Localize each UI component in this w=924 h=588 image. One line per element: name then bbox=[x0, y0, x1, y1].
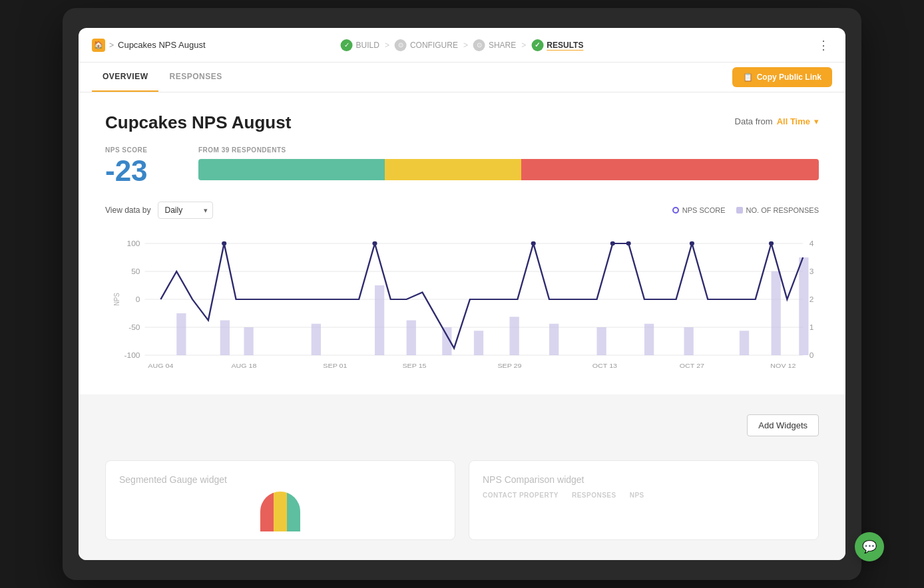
svg-text:-50: -50 bbox=[128, 324, 140, 331]
step-results[interactable]: ✓ RESULTS bbox=[531, 39, 583, 51]
svg-text:3: 3 bbox=[809, 268, 814, 275]
svg-rect-24 bbox=[474, 331, 483, 355]
report-header: Cupcakes NPS August Data from All Time ▾ bbox=[105, 112, 819, 133]
svg-point-33 bbox=[222, 241, 226, 245]
view-by-label: View data by bbox=[105, 206, 151, 215]
svg-rect-19 bbox=[244, 327, 253, 355]
svg-rect-27 bbox=[596, 327, 606, 355]
nps-bar-detractors bbox=[521, 159, 819, 180]
steps-nav: ✓ BUILD > ⊙ CONFIGURE > ⊙ SHARE > ✓ RESU… bbox=[341, 39, 584, 51]
step-label-configure: CONFIGURE bbox=[410, 41, 458, 50]
svg-text:SEP 01: SEP 01 bbox=[323, 362, 347, 368]
step-share[interactable]: ⊙ SHARE bbox=[473, 39, 516, 51]
nps-score-label: NPS SCORE bbox=[105, 146, 172, 154]
svg-rect-31 bbox=[772, 271, 781, 355]
chat-icon: 💬 bbox=[862, 539, 877, 554]
arrow-1: > bbox=[385, 41, 389, 50]
svg-text:50: 50 bbox=[131, 268, 140, 275]
svg-text:NOV 12: NOV 12 bbox=[770, 362, 796, 368]
svg-text:SEP 15: SEP 15 bbox=[402, 362, 427, 368]
svg-text:100: 100 bbox=[127, 240, 140, 247]
svg-text:1: 1 bbox=[809, 324, 814, 331]
legend-responses-icon bbox=[736, 207, 743, 214]
svg-point-38 bbox=[690, 241, 694, 245]
svg-point-36 bbox=[610, 241, 615, 245]
svg-text:AUG 04: AUG 04 bbox=[148, 362, 173, 368]
breadcrumb-separator: > bbox=[109, 41, 114, 50]
svg-text:-100: -100 bbox=[124, 352, 140, 359]
home-icon[interactable]: 🏠 bbox=[92, 39, 105, 52]
svg-point-35 bbox=[531, 241, 536, 245]
nps-bar bbox=[198, 159, 819, 180]
more-options-icon[interactable]: ⋮ bbox=[815, 36, 832, 55]
top-nav: 🏠 > Cupcakes NPS August ✓ BUILD > ⊙ CONF… bbox=[79, 28, 845, 63]
breadcrumb: 🏠 > Cupcakes NPS August bbox=[92, 39, 206, 52]
widget2-col-responses: RESPONSES bbox=[572, 492, 616, 499]
svg-text:2: 2 bbox=[809, 296, 814, 303]
nps-bar-passives bbox=[385, 159, 521, 180]
legend-responses: NO. OF RESPONSES bbox=[736, 206, 819, 214]
arrow-2: > bbox=[463, 41, 468, 50]
view-by-select[interactable]: Daily Weekly Monthly bbox=[158, 202, 213, 219]
svg-text:AUG 18: AUG 18 bbox=[231, 362, 256, 368]
legend-responses-label: NO. OF RESPONSES bbox=[746, 206, 819, 214]
step-icon-share: ⊙ bbox=[473, 39, 485, 51]
svg-point-34 bbox=[372, 241, 377, 245]
svg-rect-28 bbox=[644, 324, 654, 355]
top-nav-actions: ⋮ bbox=[815, 38, 832, 53]
data-from-label: Data from bbox=[735, 116, 773, 126]
step-configure[interactable]: ⊙ CONFIGURE bbox=[395, 39, 458, 51]
legend-nps-icon bbox=[672, 207, 679, 214]
step-label-share: SHARE bbox=[489, 41, 516, 50]
copy-public-link-button[interactable]: 📋 Copy Public Link bbox=[732, 67, 832, 87]
copy-icon: 📋 bbox=[743, 73, 753, 82]
sub-nav-tabs: OVERVIEW RESPONSES bbox=[92, 63, 233, 92]
tab-responses[interactable]: RESPONSES bbox=[158, 63, 232, 92]
add-widgets-button[interactable]: Add Widgets bbox=[747, 414, 819, 436]
svg-text:SEP 29: SEP 29 bbox=[497, 362, 522, 368]
arrow-3: > bbox=[521, 41, 526, 50]
svg-point-39 bbox=[769, 241, 774, 245]
svg-text:0: 0 bbox=[809, 352, 814, 359]
data-from-arrow-icon: ▾ bbox=[814, 116, 819, 126]
widget2-col-nps: NPS bbox=[630, 492, 644, 499]
chart-controls: View data by Daily Weekly Monthly NPS SC… bbox=[105, 202, 819, 219]
widget2-col-contact: CONTACT PROPERTY bbox=[483, 492, 559, 499]
svg-rect-20 bbox=[312, 324, 321, 355]
svg-rect-25 bbox=[509, 317, 519, 355]
step-label-results: RESULTS bbox=[547, 41, 583, 50]
report-title: Cupcakes NPS August bbox=[105, 112, 291, 133]
sub-nav: OVERVIEW RESPONSES 📋 Copy Public Link bbox=[79, 63, 845, 92]
svg-rect-17 bbox=[176, 313, 186, 355]
nps-bar-promoters bbox=[198, 159, 385, 180]
respondents-label: FROM 39 RESPONDENTS bbox=[198, 146, 819, 154]
nps-section: NPS SCORE -23 FROM 39 RESPONDENTS bbox=[105, 146, 819, 186]
step-label-build: BUILD bbox=[356, 41, 379, 50]
svg-rect-18 bbox=[220, 321, 230, 356]
step-build[interactable]: ✓ BUILD bbox=[341, 39, 379, 51]
svg-text:NPS: NPS bbox=[113, 293, 121, 306]
svg-text:OCT 13: OCT 13 bbox=[592, 362, 618, 368]
widget2-columns: CONTACT PROPERTY RESPONSES NPS bbox=[483, 492, 805, 499]
legend-nps-label: NPS SCORE bbox=[682, 206, 726, 214]
chart-container: 100 50 0 -50 -100 NPS 4 3 2 1 0 TOTAL RE… bbox=[105, 229, 819, 369]
content-area: Cupcakes NPS August Data from All Time ▾… bbox=[79, 92, 845, 394]
bottom-section: Add Widgets Segmented Gauge widget NPS C… bbox=[79, 394, 845, 560]
breadcrumb-title: Cupcakes NPS August bbox=[118, 40, 206, 50]
segmented-gauge-widget: Segmented Gauge widget bbox=[105, 460, 455, 540]
svg-rect-32 bbox=[799, 257, 808, 355]
chat-button[interactable]: 💬 bbox=[855, 532, 884, 561]
data-from-selector[interactable]: Data from All Time ▾ bbox=[735, 116, 819, 126]
widget2-title: NPS Comparison widget bbox=[483, 474, 805, 485]
copy-btn-label: Copy Public Link bbox=[757, 73, 821, 82]
respondents-block: FROM 39 RESPONDENTS bbox=[198, 146, 819, 180]
svg-rect-21 bbox=[375, 285, 384, 355]
svg-point-37 bbox=[626, 241, 631, 245]
step-icon-configure: ⊙ bbox=[395, 39, 407, 51]
svg-rect-26 bbox=[549, 324, 559, 355]
widget1-title: Segmented Gauge widget bbox=[119, 474, 441, 485]
svg-text:OCT 27: OCT 27 bbox=[680, 362, 705, 368]
svg-text:0: 0 bbox=[136, 296, 140, 303]
tab-overview[interactable]: OVERVIEW bbox=[92, 63, 158, 92]
legend-nps: NPS SCORE bbox=[672, 206, 726, 214]
